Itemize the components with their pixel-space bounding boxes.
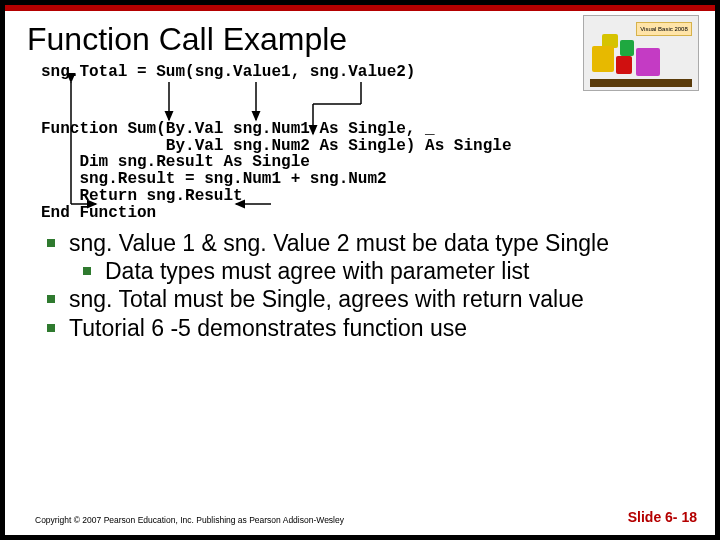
bullet-item: Data types must agree with parameter lis… [83, 258, 703, 284]
logo-label: Visual Basic 2008 [636, 22, 692, 36]
copyright-text: Copyright © 2007 Pearson Education, Inc.… [35, 515, 344, 525]
code-line: By.Val sng.Num2 As Single) As Single [41, 138, 697, 155]
code-line: Dim sng.Result As Single [41, 154, 697, 171]
code-line: sng.Total = Sum(sng.Value1, sng.Value2) [41, 64, 697, 81]
code-line: sng.Result = sng.Num1 + sng.Num2 [41, 171, 697, 188]
bullet-item: sng. Total must be Single, agrees with r… [47, 286, 703, 312]
bullet-item: Tutorial 6 -5 demonstrates function use [47, 315, 703, 341]
bullet-text: Tutorial 6 -5 demonstrates function use [69, 315, 467, 341]
bullet-text: Data types must agree with parameter lis… [105, 258, 529, 284]
block-icon [620, 40, 634, 56]
bullet-list: sng. Value 1 & sng. Value 2 must be data… [47, 230, 703, 342]
bullet-text: sng. Value 1 & sng. Value 2 must be data… [69, 230, 609, 256]
code-line: Return sng.Result [41, 188, 697, 205]
bullet-icon [47, 239, 55, 247]
bullet-icon [83, 267, 91, 275]
code-block: sng.Total = Sum(sng.Value1, sng.Value2) … [41, 64, 697, 222]
slide: Visual Basic 2008 Function Call Example … [5, 5, 715, 535]
slide-number: Slide 6- 18 [628, 509, 697, 525]
bullet-icon [47, 295, 55, 303]
bullet-text: sng. Total must be Single, agrees with r… [69, 286, 584, 312]
code-line: End Function [41, 205, 697, 222]
bullet-icon [47, 324, 55, 332]
code-line: Function Sum(By.Val sng.Num1 As Single, … [41, 121, 697, 138]
bullet-item: sng. Value 1 & sng. Value 2 must be data… [47, 230, 703, 256]
